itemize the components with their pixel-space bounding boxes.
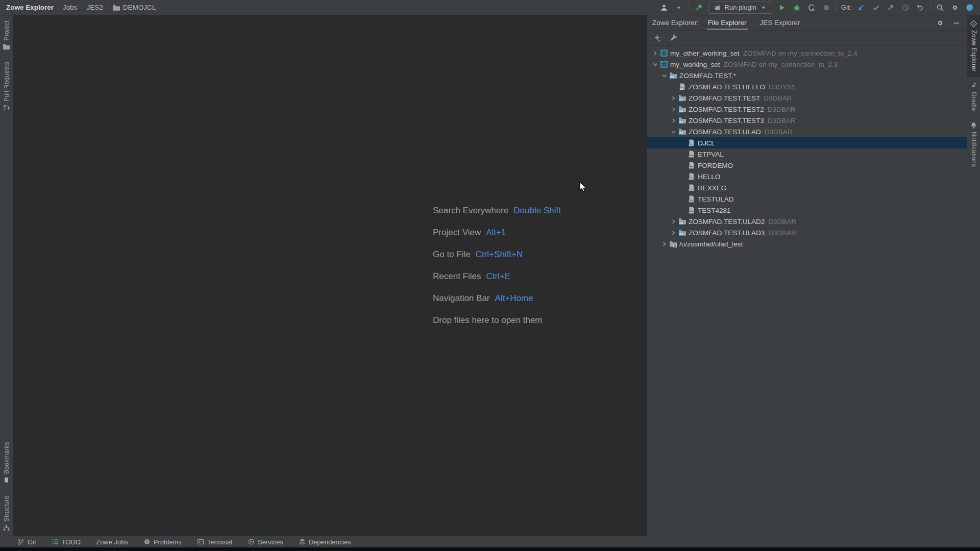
tree-item-label: REXXEG — [698, 184, 726, 192]
chevron-right-icon[interactable] — [651, 50, 659, 57]
folder-icon — [112, 4, 120, 12]
play-icon[interactable] — [777, 3, 787, 13]
member-icon: MEM — [688, 139, 696, 147]
tree-item-label: ZOSMFAD.TEST.ULAD — [689, 128, 761, 136]
tree-row-my-other-working-set[interactable]: my_other_working_setZOSMFAD on my_connec… — [647, 47, 967, 59]
toolwindow-button-services[interactable]: Services — [248, 538, 283, 546]
add-icon[interactable] — [652, 33, 663, 43]
toolwindow-stripe-button-zowe-explorer[interactable]: ZZowe Explorer — [967, 15, 980, 77]
editor-hint-row: Project ViewAlt+1 — [433, 227, 561, 238]
avatar-icon[interactable] — [965, 3, 975, 13]
svg-text:DS: DS — [679, 233, 683, 236]
settings-icon[interactable] — [950, 3, 960, 13]
toolwindow-button-dependencies[interactable]: Dependencies — [299, 538, 351, 546]
svg-text:MEM: MEM — [689, 178, 694, 180]
pull-request-icon — [3, 104, 10, 112]
chevron-right-icon[interactable] — [669, 95, 678, 102]
run-configuration-selector[interactable]: Run plugin — [708, 2, 772, 14]
editor-hint-row: Recent FilesCtrl+E — [433, 271, 561, 282]
tree-row-u-zosmfad-ulad-test[interactable]: /u/zosmfad/ulad_test — [647, 238, 967, 249]
toolwindow-stripe-button-project[interactable]: Project — [3, 20, 10, 51]
toolwindow-button-zowe-jobs[interactable]: Zowe Jobs — [96, 538, 128, 546]
ds-file-icon: DS — [678, 83, 687, 91]
update-icon[interactable] — [856, 3, 866, 13]
toolwindow-stripe-button-notifications[interactable]: Notifications — [967, 117, 980, 172]
tree-item-secondary: D3DBAR — [768, 229, 796, 237]
toolwindow-stripe-button-pull-requests[interactable]: Pull Requests — [3, 62, 10, 112]
breadcrumb-item-jobs[interactable]: Jobs — [63, 4, 78, 11]
hint-label: Go to File — [433, 249, 471, 260]
chevron-right-icon[interactable] — [669, 106, 678, 113]
tree-row-zosmfad-test-ulad2[interactable]: DSZOSMFAD.TEST.ULAD2D3DBAR — [647, 216, 967, 227]
problems-icon — [143, 538, 151, 545]
undo-icon[interactable] — [915, 3, 925, 13]
stop-icon[interactable] — [821, 3, 831, 13]
breadcrumb-label: DEMOJCL — [123, 4, 156, 11]
chevron-right-icon[interactable] — [669, 218, 678, 225]
stripe-button-label: Project — [3, 20, 10, 40]
tree-row-etpval[interactable]: MEMETPVAL — [647, 148, 967, 160]
search-icon[interactable] — [935, 3, 945, 13]
tree-row-my-working-set[interactable]: my_working_setZOSMFAD on my_connection_t… — [647, 59, 967, 70]
member-icon: MEM — [688, 161, 696, 169]
tree-row-zosmfad-test-test3[interactable]: DSZOSMFAD.TEST.TEST3D3DBAR — [647, 115, 967, 126]
toolwindow-button-problems[interactable]: Problems — [143, 538, 182, 546]
tree-row-hello[interactable]: MEMHELLO — [647, 171, 967, 182]
tree-row-zosmfad-test-ulad[interactable]: DSZOSMFAD.TEST.ULADD3DBAR — [647, 126, 967, 137]
toolwindow-stripe-button-gradle[interactable]: Gradle — [967, 77, 980, 117]
svg-text:MEM: MEM — [689, 201, 694, 203]
commit-icon[interactable] — [871, 3, 881, 13]
hammer-icon[interactable] — [694, 3, 704, 13]
dropdown-arrow-icon[interactable] — [674, 3, 684, 13]
tree-row-zosmfad-test-hello[interactable]: DSZOSMFAD.TEST.HELLOD3SYS1 — [647, 81, 967, 92]
panel-header: Zowe Explorer: File ExplorerJES Explorer — [647, 15, 967, 31]
chevron-down-icon[interactable] — [669, 129, 678, 135]
history-icon[interactable] — [900, 3, 911, 13]
services-icon — [248, 538, 255, 545]
toolwindow-button-git[interactable]: Git — [17, 538, 36, 546]
panel-tabs: File ExplorerJES Explorer — [707, 15, 801, 30]
tree-row-djcl[interactable]: MEMDJCL — [647, 137, 967, 148]
toolwindow-button-todo[interactable]: TODO — [52, 538, 81, 546]
tree-row-zosmfad-test-test[interactable]: DSZOSMFAD.TEST.TESTD3DBAR — [647, 92, 967, 104]
tree-row-test4281[interactable]: MEMTEST4281 — [647, 205, 967, 216]
tab-jes-explorer[interactable]: JES Explorer — [759, 15, 801, 30]
run-configuration-label: Run plugin — [725, 4, 756, 11]
wrench-icon[interactable] — [669, 33, 679, 43]
member-icon: MEM — [688, 184, 696, 192]
tree-row-zosmfad-test[interactable]: DSZOSMFAD.TEST.* — [647, 70, 967, 81]
toolwindow-button-terminal[interactable]: Terminal — [197, 538, 232, 546]
breadcrumb-separator: › — [57, 4, 59, 11]
chevron-right-icon[interactable] — [660, 241, 669, 247]
tree-item-label: ZOSMFAD.TEST.TEST2 — [689, 106, 764, 113]
stripe-button-label: Notifications — [970, 132, 977, 167]
tree-row-testulad[interactable]: MEMTESTULAD — [647, 193, 967, 205]
tree-item-secondary: ZOSMFAD on my_connection_to_2.3 — [724, 61, 838, 68]
tree-row-zosmfad-test-test2[interactable]: DSZOSMFAD.TEST.TEST2D3DBAR — [647, 104, 967, 115]
breadcrumb-item-zowe-explorer[interactable]: Zowe Explorer — [6, 4, 54, 11]
hint-shortcut: Alt+Home — [495, 293, 533, 304]
tree-row-fordemo[interactable]: MEMFORDEMO — [647, 160, 967, 171]
toolwindow-stripe-button-bookmarks[interactable]: Bookmarks — [3, 442, 10, 484]
minimize-icon[interactable] — [951, 18, 962, 28]
user-icon[interactable] — [659, 3, 669, 13]
settings-icon[interactable] — [935, 18, 945, 28]
panel-header-actions — [935, 18, 962, 28]
tree-row-rexxeg[interactable]: MEMREXXEG — [647, 182, 967, 193]
tree-item-secondary: ZOSMFAD on my_connection_to_2.4 — [743, 49, 857, 57]
chevron-down-icon[interactable] — [660, 72, 669, 79]
chevron-right-icon[interactable] — [669, 117, 678, 124]
stripe-button-label: Pull Requests — [3, 62, 10, 102]
toolwindow-stripe-button-structure[interactable]: Structure — [3, 495, 10, 532]
hint-shortcut: Double Shift — [513, 206, 561, 216]
push-icon[interactable] — [886, 3, 896, 13]
svg-text:DS: DS — [679, 120, 683, 123]
tree-row-zosmfad-test-ulad3[interactable]: DSZOSMFAD.TEST.ULAD3D3DBAR — [647, 227, 967, 238]
chevron-down-icon[interactable] — [651, 61, 659, 68]
breadcrumb-item-jes2[interactable]: JES2 — [87, 4, 103, 11]
chevron-right-icon[interactable] — [669, 230, 678, 236]
breadcrumb-item-demojcl[interactable]: DEMOJCL — [112, 4, 156, 12]
profiler-icon[interactable] — [806, 3, 817, 13]
debug-icon[interactable] — [792, 3, 802, 13]
tab-file-explorer[interactable]: File Explorer — [707, 15, 748, 30]
